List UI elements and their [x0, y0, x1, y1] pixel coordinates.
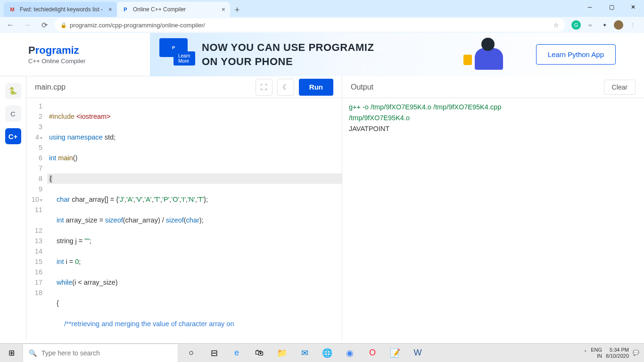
- url-text: programiz.com/cpp-programming/online-com…: [70, 22, 205, 29]
- url-field[interactable]: 🔒 programiz.com/cpp-programming/online-c…: [55, 18, 565, 32]
- rail-python[interactable]: 🐍: [5, 83, 21, 99]
- new-tab-button[interactable]: +: [230, 3, 244, 17]
- logo-block: Programiz C++ Online Compiler: [0, 44, 150, 65]
- close-window-button[interactable]: ✕: [622, 0, 644, 14]
- filename-label: main.cpp: [35, 83, 66, 91]
- line-gutter: 1 2 3 4 5 6 7 8 9 10 11 12 13 14 15 16 1…: [26, 98, 47, 340]
- rail-cpp[interactable]: C+: [5, 128, 21, 144]
- editor-pane: main.cpp ⛶ ☾ Run 1 2 3 4 5 6 7 8 9 10 11…: [26, 76, 342, 340]
- gmail-icon: M: [8, 6, 16, 13]
- notepad-icon[interactable]: 📝: [385, 344, 405, 362]
- output-body[interactable]: g++ -o /tmp/9fXO7E95K4.o /tmp/9fXO7E95K4…: [342, 98, 644, 340]
- ie-icon[interactable]: e: [226, 344, 247, 362]
- close-icon[interactable]: ×: [222, 6, 225, 13]
- browser-tab-programiz[interactable]: P Online C++ Compiler ×: [117, 2, 230, 17]
- extensions-puzzle-icon[interactable]: ✦: [600, 20, 609, 30]
- window-controls: ─ ▢ ✕: [579, 0, 644, 14]
- tray-chevron-icon[interactable]: ˄: [584, 350, 587, 356]
- reload-button[interactable]: ⟳: [38, 18, 51, 32]
- maximize-button[interactable]: ▢: [601, 0, 622, 14]
- output-pane: Output Clear g++ -o /tmp/9fXO7E95K4.o /t…: [342, 76, 644, 340]
- task-view-icon[interactable]: ⊟: [204, 344, 224, 362]
- learn-more-button[interactable]: Learn More: [173, 51, 195, 66]
- extension-icons: G ∞ ✦ ⋮: [569, 20, 640, 30]
- extension-icon[interactable]: ∞: [586, 20, 595, 30]
- language-rail: 🐍 C C+: [0, 76, 26, 340]
- search-placeholder: Type here to search: [41, 349, 100, 357]
- address-bar: ← → ⟳ 🔒 programiz.com/cpp-programming/on…: [0, 17, 644, 33]
- cortana-icon[interactable]: ○: [181, 344, 202, 362]
- tray-date[interactable]: 8/10/2020: [606, 353, 629, 359]
- learn-python-app-button[interactable]: Learn Python App: [536, 44, 616, 65]
- explorer-icon[interactable]: 📁: [272, 344, 292, 362]
- tab-title: Online C++ Compiler: [133, 6, 186, 13]
- chrome-menu-icon[interactable]: ⋮: [628, 20, 637, 30]
- grammarly-icon[interactable]: G: [571, 20, 581, 30]
- taskbar-search[interactable]: 🔍 Type here to search: [23, 344, 178, 362]
- tab-title: Fwd: techiedelight keywords list -: [20, 6, 103, 13]
- mail-icon[interactable]: ✉: [294, 344, 315, 362]
- store-icon[interactable]: 🛍: [249, 344, 270, 362]
- close-icon[interactable]: ×: [108, 6, 112, 13]
- bookmark-star-icon[interactable]: ☆: [553, 22, 559, 29]
- page-header: Programiz C++ Online Compiler P Learn Mo…: [0, 33, 644, 76]
- fullscreen-icon[interactable]: ⛶: [256, 79, 272, 96]
- clear-button[interactable]: Clear: [604, 80, 636, 95]
- run-button[interactable]: Run: [299, 79, 333, 96]
- banner-illustration: [461, 36, 517, 74]
- output-title: Output: [351, 83, 373, 91]
- minimize-button[interactable]: ─: [579, 0, 601, 14]
- chrome-icon[interactable]: 🌐: [317, 344, 338, 362]
- tray-locale[interactable]: IN: [591, 353, 602, 359]
- browser-chrome: M Fwd: techiedelight keywords list - × P…: [0, 0, 644, 33]
- search-icon: 🔍: [29, 349, 37, 357]
- rail-c[interactable]: C: [5, 106, 21, 122]
- lock-icon: 🔒: [60, 22, 67, 28]
- output-header: Output Clear: [342, 76, 644, 98]
- start-button[interactable]: ⊞: [0, 344, 23, 362]
- tray-time[interactable]: 5:34 PM: [606, 347, 629, 353]
- opera-icon[interactable]: O: [362, 344, 383, 362]
- site-logo[interactable]: Programiz: [28, 44, 150, 57]
- notifications-icon[interactable]: 💬: [633, 350, 639, 356]
- taskbar-apps: ○ ⊟ e 🛍 📁 ✉ 🌐 ◉ O 📝 W: [181, 344, 428, 362]
- chromium-icon[interactable]: ◉: [339, 344, 360, 362]
- tray-language[interactable]: ENG: [591, 347, 602, 353]
- main-area: 🐍 C C+ main.cpp ⛶ ☾ Run 1 2 3 4 5 6 7 8 …: [0, 76, 644, 340]
- windows-taskbar: ⊞ 🔍 Type here to search ○ ⊟ e 🛍 📁 ✉ 🌐 ◉ …: [0, 343, 644, 362]
- code-editor[interactable]: 1 2 3 4 5 6 7 8 9 10 11 12 13 14 15 16 1…: [26, 98, 342, 340]
- forward-button[interactable]: →: [21, 18, 34, 32]
- code-body[interactable]: #include <iostream> using namespace std;…: [47, 98, 342, 340]
- promo-banner: P Learn More NOW YOU CAN USE PROGRAMIZ O…: [150, 33, 644, 76]
- page-subtitle: C++ Online Compiler: [28, 58, 150, 65]
- back-button[interactable]: ←: [4, 18, 17, 32]
- editor-header: main.cpp ⛶ ☾ Run: [26, 76, 342, 98]
- browser-tab-gmail[interactable]: M Fwd: techiedelight keywords list - ×: [4, 2, 117, 17]
- profile-avatar[interactable]: [614, 20, 623, 30]
- programiz-icon: P: [122, 6, 129, 13]
- banner-headline: NOW YOU CAN USE PROGRAMIZ ON YOUR PHONE: [202, 41, 374, 68]
- word-icon[interactable]: W: [407, 344, 428, 362]
- dark-mode-icon[interactable]: ☾: [277, 79, 294, 96]
- system-tray: ˄ ENG IN 5:34 PM 8/10/2020 💬: [584, 347, 644, 359]
- tab-bar: M Fwd: techiedelight keywords list - × P…: [0, 0, 644, 17]
